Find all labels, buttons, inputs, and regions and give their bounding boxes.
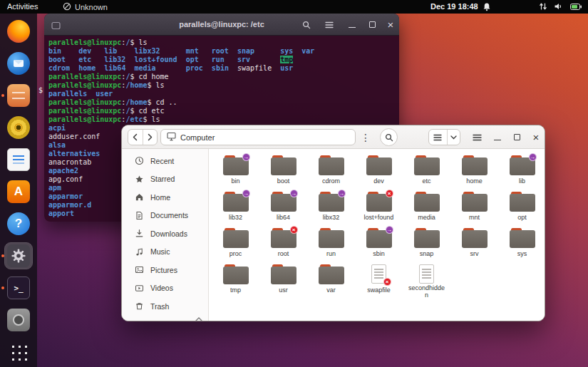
dock-item-grayapp[interactable] xyxy=(5,307,32,333)
symlink-emblem-icon: → xyxy=(529,153,537,161)
folder-body xyxy=(414,194,440,212)
file-item-label: proc xyxy=(229,250,242,257)
file-item[interactable]: opt xyxy=(498,190,545,226)
file-item[interactable]: tmp xyxy=(212,262,259,299)
sidebar-scroll-up-icon[interactable] xyxy=(193,315,205,321)
file-item[interactable]: mnt xyxy=(450,190,498,226)
sidebar-item-label: Documents xyxy=(150,211,188,219)
sidebar-item-trash[interactable]: Trash xyxy=(125,297,205,316)
file-item[interactable]: ×root xyxy=(259,226,307,262)
path-bar[interactable]: Computer xyxy=(160,129,356,145)
file-icon: × xyxy=(366,264,393,284)
volume-icon xyxy=(554,2,564,12)
dock-item-help[interactable] xyxy=(5,211,32,237)
activities-button[interactable]: Activities xyxy=(7,0,38,14)
sidebar-item-starred[interactable]: Starred xyxy=(125,170,205,189)
file-item-label: usr xyxy=(279,286,288,294)
terminal-menu-button[interactable] xyxy=(322,14,336,36)
terminal-search-button[interactable] xyxy=(299,14,314,36)
dock-item-software[interactable] xyxy=(5,179,32,205)
back-button[interactable] xyxy=(128,130,143,145)
no-access-emblem-icon: × xyxy=(386,190,393,197)
files-headerbar[interactable]: Computer × xyxy=(122,125,545,149)
files-search-button[interactable] xyxy=(380,128,398,146)
clock-button[interactable]: Dec 19 18:48 xyxy=(430,0,478,14)
folder-icon xyxy=(270,155,297,175)
file-item-label: sbin xyxy=(373,250,385,257)
files-maximize-button[interactable] xyxy=(509,129,525,145)
sidebar-item-recent[interactable]: Recent xyxy=(125,152,205,170)
file-item-label: snap xyxy=(420,250,434,257)
dock-item-files[interactable] xyxy=(5,83,32,108)
symlink-emblem-icon: → xyxy=(242,153,250,161)
file-item[interactable]: →sbin xyxy=(355,226,403,262)
terminal-maximize-button[interactable] xyxy=(365,14,379,36)
dock-item-firefox[interactable] xyxy=(5,19,32,44)
file-item-label: home xyxy=(466,177,483,185)
folder-body xyxy=(414,230,440,248)
file-item[interactable]: →lib32 xyxy=(212,190,259,226)
file-item[interactable]: var xyxy=(307,262,355,299)
file-item-label: tmp xyxy=(230,286,241,294)
folder-icon: → xyxy=(366,228,393,248)
dock-item-writer[interactable] xyxy=(5,147,32,172)
file-item[interactable]: →libx32 xyxy=(307,190,355,226)
file-item[interactable]: →lib xyxy=(498,153,545,190)
files-menu-button[interactable] xyxy=(468,129,485,145)
folder-icon xyxy=(318,264,345,284)
file-item[interactable]: ×swapfile xyxy=(355,262,403,299)
sidebar-item-videos[interactable]: Videos xyxy=(125,279,205,298)
file-item-label: srv xyxy=(470,250,479,257)
no-access-emblem-icon: × xyxy=(383,278,391,286)
file-item[interactable]: media xyxy=(403,190,450,226)
sidebar-item-music[interactable]: Music xyxy=(125,243,205,262)
file-item[interactable]: dev xyxy=(355,153,403,190)
list-view-button[interactable] xyxy=(429,130,447,145)
file-item-label: lost+found xyxy=(364,214,394,221)
sidebar-item-downloads[interactable]: Downloads xyxy=(125,224,205,243)
sidebar-item-home[interactable]: Home xyxy=(125,188,205,207)
file-item[interactable]: boot xyxy=(259,153,307,190)
folder-icon xyxy=(509,192,536,212)
path-options-kebab-button[interactable] xyxy=(360,129,371,145)
dock-item-terminal[interactable] xyxy=(5,275,32,301)
file-item[interactable]: sys xyxy=(498,226,545,262)
focused-app-indicator[interactable]: Unknown xyxy=(63,0,108,14)
sidebar-item-documents[interactable]: Documents xyxy=(125,207,205,225)
file-item[interactable]: snap xyxy=(403,226,450,262)
minimize-icon xyxy=(494,134,501,140)
sidebar-item-label: Pictures xyxy=(150,266,177,274)
rhythmbox-icon xyxy=(7,116,30,139)
terminal-line: parallels@linuxpc:/$ cd home xyxy=(48,73,395,81)
folder-body xyxy=(462,157,488,175)
file-item[interactable]: cdrom xyxy=(307,153,355,190)
forward-button[interactable] xyxy=(143,130,157,145)
folder-icon xyxy=(461,192,488,212)
file-item[interactable]: →bin xyxy=(212,153,259,190)
dock-item-settings[interactable] xyxy=(5,243,32,269)
view-options-chevron-button[interactable] xyxy=(448,130,460,145)
file-item[interactable]: secondhidden xyxy=(403,262,450,299)
dock-item-thunderbird[interactable] xyxy=(5,51,32,76)
file-item[interactable]: usr xyxy=(259,262,307,299)
terminal-close-button[interactable]: × xyxy=(383,14,398,36)
file-item[interactable]: →lib64 xyxy=(259,190,307,226)
terminal-titlebar[interactable]: parallels@linuxpc: /etc × xyxy=(44,14,399,36)
file-item[interactable]: home xyxy=(450,153,498,190)
files-minimize-button[interactable] xyxy=(490,129,505,145)
folder-body xyxy=(319,157,344,175)
sidebar-item-pictures[interactable]: Pictures xyxy=(125,261,205,279)
files-close-button[interactable]: × xyxy=(528,129,544,145)
file-item[interactable]: srv xyxy=(450,226,498,262)
file-item[interactable]: etc xyxy=(403,153,450,190)
network-icon xyxy=(539,2,547,12)
file-item[interactable]: ×lost+found xyxy=(355,190,403,226)
terminal-minimize-button[interactable] xyxy=(345,14,359,36)
file-item[interactable]: proc xyxy=(212,226,259,262)
folder-icon: → xyxy=(509,155,536,175)
file-item[interactable]: run xyxy=(307,226,355,262)
file-item-label: mnt xyxy=(469,214,480,221)
system-tray[interactable] xyxy=(539,0,582,14)
dock-item-rhythmbox[interactable] xyxy=(5,115,32,140)
dock-item-appgrid[interactable] xyxy=(5,339,32,365)
